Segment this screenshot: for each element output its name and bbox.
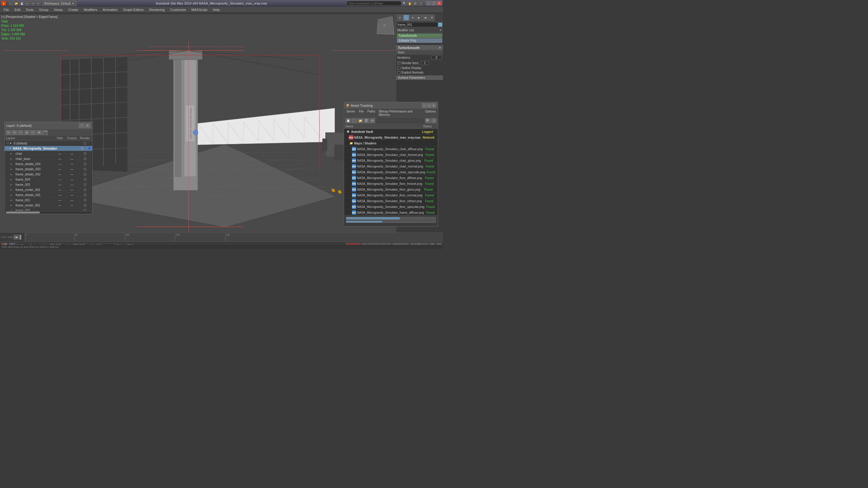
maximize-button[interactable]: □ bbox=[431, 1, 436, 5]
utility-panel-icon[interactable]: ⚒ bbox=[429, 14, 435, 21]
asset-tool-2[interactable]: ➕ bbox=[351, 118, 357, 123]
open-btn[interactable]: 📂 bbox=[14, 1, 19, 6]
asset-menu-paths[interactable]: Paths bbox=[367, 109, 376, 117]
layer-item-f002[interactable]: ▸ frame_002 — — ☐ bbox=[5, 208, 92, 211]
save-btn[interactable]: 💾 bbox=[20, 1, 24, 6]
layers-scrollbar[interactable] bbox=[6, 211, 91, 214]
modifier-turbosmoothitem[interactable]: TurboSmooth bbox=[397, 33, 442, 38]
asset-img-floor-fresnel[interactable]: IMG NASA_Microgravity_Simulator_floor_fr… bbox=[344, 181, 438, 187]
surface-params-section[interactable]: Surface Parameters bbox=[396, 75, 443, 80]
layer-item-f004[interactable]: ▸ frame_004 — — ☐ bbox=[5, 177, 92, 182]
layer-item-fc001[interactable]: ▸ frame_center_001 — — ☐ bbox=[5, 203, 92, 208]
asset-menu-file[interactable]: File bbox=[358, 109, 365, 117]
asset-tool-5[interactable]: ⟳ bbox=[370, 118, 375, 123]
menu-graph-editors[interactable]: Graph Editors bbox=[121, 7, 146, 12]
layer-item-fd001[interactable]: ▸ frame_details_001 — — ☐ bbox=[5, 192, 92, 198]
menu-create[interactable]: Create bbox=[66, 7, 81, 12]
color-swatch[interactable] bbox=[438, 23, 442, 27]
layer-item-fd004[interactable]: ▸ frame_details_004 — — ☐ bbox=[5, 161, 92, 167]
asset-maxfile-item[interactable]: MAX NASA_Microgravity_Simulator_max_vray… bbox=[344, 135, 438, 140]
orbit-icon[interactable]: ⟳ bbox=[413, 1, 418, 6]
menu-rendering[interactable]: Rendering bbox=[147, 7, 167, 12]
object-name-input[interactable] bbox=[397, 22, 438, 27]
layers-panel-close[interactable]: ✕ bbox=[85, 123, 90, 128]
menu-animation[interactable]: Animation bbox=[100, 7, 120, 12]
search-input[interactable] bbox=[346, 1, 401, 6]
navigation-cube[interactable]: 3D bbox=[376, 17, 393, 34]
layers-new-btn[interactable]: + bbox=[18, 130, 24, 135]
asset-menu-bitmap[interactable]: Bitmap Performance and Memory bbox=[378, 109, 422, 117]
menu-maxscript[interactable]: MAXScript bbox=[189, 7, 210, 12]
menu-file[interactable]: File bbox=[1, 7, 11, 12]
asset-img-floor-diffuse[interactable]: IMG NASA_Microgravity_Simulator_floor_di… bbox=[344, 175, 438, 181]
layer-item-fc002[interactable]: ▸ frame_center_002 — — ☐ bbox=[5, 187, 92, 192]
asset-img-chair-gloss[interactable]: IMG NASA_Microgravity_Simulator_chair_gl… bbox=[344, 158, 438, 164]
modifier-list-dropdown[interactable]: ▼ bbox=[439, 29, 442, 32]
timeline-ruler[interactable]: 0 50 100 150 200 bbox=[24, 233, 443, 241]
layer-item-f003[interactable]: ▸ frame_003 — — ☐ bbox=[5, 182, 92, 187]
asset-img-chair-diffuse[interactable]: IMG NASA_Microgravity_Simulator_chair_di… bbox=[344, 146, 438, 152]
asset-help-icon[interactable]: ? bbox=[431, 118, 437, 123]
asset-img-floor-normal[interactable]: IMG NASA_Microgravity_Simulator_floor_no… bbox=[344, 192, 438, 198]
menu-help[interactable]: Help bbox=[210, 7, 222, 12]
search-icon[interactable]: 🔍 bbox=[402, 1, 407, 6]
asset-tool-3[interactable]: 📁 bbox=[358, 118, 363, 123]
layers-panel-minimize[interactable]: ? bbox=[79, 123, 84, 128]
menu-group[interactable]: Group bbox=[36, 7, 51, 12]
asset-panel-header[interactable]: 📦 Asset Tracking ─ □ ✕ bbox=[344, 102, 438, 109]
asset-menu-options[interactable]: Options bbox=[425, 109, 437, 117]
workspace-dropdown[interactable]: Workspace: Default ▼ bbox=[42, 1, 76, 6]
turbosmoothsection-header[interactable]: TurboSmooth ▼ bbox=[396, 45, 443, 50]
asset-tool-1[interactable]: 📋 bbox=[345, 118, 351, 123]
create-panel-icon[interactable]: ✦ bbox=[397, 14, 403, 21]
iterations-input[interactable] bbox=[431, 55, 442, 60]
layers-render-all-btn[interactable]: 🎬 bbox=[42, 130, 48, 135]
layer-item-chair[interactable]: ▸ chair — — ☐ bbox=[5, 151, 92, 156]
layer-color-swatch[interactable] bbox=[88, 147, 91, 150]
menu-edit[interactable]: Edit bbox=[12, 7, 23, 12]
asset-img-floor-gloss[interactable]: IMG NASA_Microgravity_Simulator_floor_gl… bbox=[344, 187, 438, 192]
layers-panel-header[interactable]: Layer: 0 (default) ? ✕ bbox=[5, 122, 92, 129]
close-button[interactable]: ✕ bbox=[437, 1, 442, 5]
undo-btn[interactable]: ↩ bbox=[25, 1, 30, 6]
new-btn[interactable]: □ bbox=[8, 1, 13, 6]
menu-modifiers[interactable]: Modifiers bbox=[81, 7, 100, 12]
menu-tools[interactable]: Tools bbox=[24, 7, 36, 12]
asset-search-icon[interactable]: 🔍 bbox=[425, 118, 431, 123]
asset-img-floor-specular[interactable]: IMG NASA_Microgravity_Simulator_floor_sp… bbox=[344, 204, 438, 210]
minimize-button[interactable]: ─ bbox=[426, 1, 431, 5]
layer-item-nasa[interactable]: ☑ ▼ NASA_Microgravity_Simulator ☐ bbox=[5, 146, 92, 151]
layer-item-0[interactable]: ☐ ▼ 0 (default) ☐ bbox=[5, 141, 92, 146]
layer-item-fd002[interactable]: ▸ frame_details_002 — — ☐ bbox=[5, 172, 92, 177]
asset-menu-server[interactable]: Server bbox=[345, 109, 356, 117]
timeline-slider[interactable] bbox=[20, 235, 21, 239]
menu-views[interactable]: Views bbox=[52, 7, 65, 12]
explicit-normals-checkbox[interactable] bbox=[397, 71, 400, 74]
asset-vault-item[interactable]: 🏛 Autodesk Vault Logged bbox=[344, 129, 438, 135]
display-panel-icon[interactable]: ◉ bbox=[422, 14, 428, 21]
isoline-checkbox[interactable] bbox=[397, 67, 400, 70]
modify-panel-icon[interactable]: 🔧 bbox=[403, 14, 409, 21]
help-btn[interactable]: ? bbox=[36, 1, 41, 6]
redo-btn[interactable]: ↪ bbox=[30, 1, 35, 6]
asset-maps-item[interactable]: 📁 Maps / Shaders bbox=[344, 140, 438, 146]
layers-freeze-all-btn[interactable]: ❄ bbox=[24, 130, 30, 135]
asset-panel-minimize[interactable]: ─ bbox=[422, 103, 426, 108]
render-iters-checkbox[interactable] bbox=[397, 61, 400, 64]
modifier-editablepoly[interactable]: Editable Poly bbox=[397, 38, 442, 43]
layers-delete-btn[interactable]: ✕ bbox=[12, 130, 17, 135]
asset-img-chair-normal[interactable]: IMG NASA_Microgravity_Simulator_chair_no… bbox=[344, 164, 438, 169]
help-info-icon[interactable]: ? bbox=[418, 1, 423, 6]
layer-item-f001[interactable]: ▸ frame_001 — — ☐ bbox=[5, 198, 92, 203]
asset-tool-4[interactable]: 🗄 bbox=[364, 118, 369, 123]
asset-img-chair-fresnel[interactable]: IMG NASA_Microgravity_Simulator_chair_fr… bbox=[344, 152, 438, 158]
menu-customize[interactable]: Customize bbox=[168, 7, 188, 12]
hierarchy-panel-icon[interactable]: ⚙ bbox=[409, 14, 415, 21]
layers-select-all-btn[interactable]: □ bbox=[30, 130, 36, 135]
layer-item-chairbase[interactable]: ▸ chair_base — — ☐ bbox=[5, 156, 92, 161]
layers-scrollbar-thumb[interactable] bbox=[6, 212, 40, 214]
motion-panel-icon[interactable]: ▶ bbox=[416, 14, 422, 21]
layer-item-fd003[interactable]: ▸ frame_details_003 — — ☐ bbox=[5, 167, 92, 172]
prev-frame-btn[interactable]: |◀ bbox=[13, 235, 19, 239]
layers-add-btn[interactable]: ↩ bbox=[6, 130, 11, 135]
